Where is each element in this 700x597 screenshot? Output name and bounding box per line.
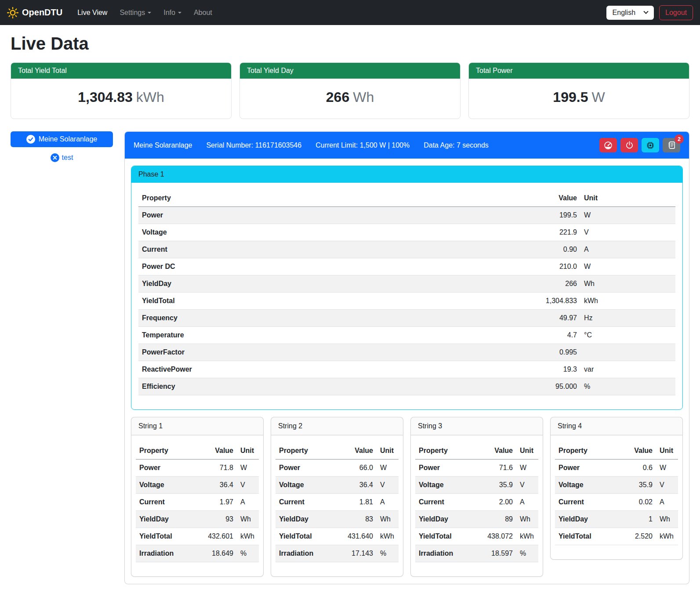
inverter-item-test[interactable]: test bbox=[11, 153, 113, 162]
summary-value: 1,304.83 bbox=[78, 89, 133, 105]
property-cell: YieldTotal bbox=[415, 528, 478, 545]
inverter-select-button[interactable]: Meine Solaranlage bbox=[11, 131, 113, 147]
column-header-property: Property bbox=[136, 442, 198, 460]
column-header-property: Property bbox=[415, 442, 478, 460]
nav-item-info[interactable]: Info bbox=[159, 5, 186, 20]
property-cell: YieldDay bbox=[415, 511, 478, 528]
logout-button[interactable]: Logout bbox=[659, 5, 693, 20]
nav-item-live-view[interactable]: Live View bbox=[73, 5, 112, 20]
column-header-unit: Unit bbox=[580, 190, 675, 207]
table-row: YieldTotal432.601kWh bbox=[136, 528, 259, 545]
nav-item-label: Settings bbox=[120, 9, 145, 17]
summary-card-title: Total Yield Total bbox=[11, 63, 231, 79]
inverter-serial: Serial Number: 116171603546 bbox=[206, 141, 301, 149]
table-row: Irradiation18.649% bbox=[136, 545, 259, 562]
table-row: Power0.6W bbox=[555, 460, 678, 477]
value-cell: 0.6 bbox=[617, 460, 656, 477]
unit-cell: V bbox=[237, 477, 259, 494]
value-cell: 199.5 bbox=[528, 207, 580, 224]
value-cell: 432.601 bbox=[198, 528, 237, 545]
value-cell: 438.072 bbox=[478, 528, 516, 545]
device-info-button[interactable] bbox=[642, 138, 659, 152]
unit-cell: Wh bbox=[656, 511, 678, 528]
value-cell: 2.520 bbox=[617, 528, 656, 545]
unit-cell: W bbox=[580, 207, 675, 224]
table-row: YieldDay1Wh bbox=[555, 511, 678, 528]
column-header-value: Value bbox=[478, 442, 516, 460]
summary-card-body: 266Wh bbox=[240, 79, 460, 119]
table-row: Voltage36.4V bbox=[136, 477, 259, 494]
property-cell: Efficiency bbox=[138, 378, 528, 395]
table-row: Power71.6W bbox=[415, 460, 538, 477]
summary-card-body: 199.5W bbox=[469, 79, 689, 119]
table-row: Temperature4.7°C bbox=[138, 327, 675, 344]
unit-cell: % bbox=[377, 545, 399, 562]
string-card: String 4PropertyValueUnitPower0.6WVoltag… bbox=[550, 417, 683, 560]
chevron-down-icon bbox=[643, 9, 648, 14]
unit-cell: W bbox=[656, 460, 678, 477]
table-row: Current2.00A bbox=[415, 494, 538, 511]
phase-panel: Phase 1 Property Value Unit Power199.5WV… bbox=[131, 166, 683, 410]
value-cell: 1.81 bbox=[338, 494, 377, 511]
table-row: Irradiation17.143% bbox=[276, 545, 399, 562]
unit-cell: W bbox=[377, 460, 399, 477]
page-container: Live Data Total Yield Total 1,304.83kWh … bbox=[0, 25, 700, 595]
unit-cell: kWh bbox=[580, 293, 675, 310]
property-cell: YieldTotal bbox=[138, 293, 528, 310]
property-cell: YieldDay bbox=[136, 511, 198, 528]
table-row: Current1.97A bbox=[136, 494, 259, 511]
string-card-title: String 2 bbox=[271, 417, 403, 435]
caret-down-icon bbox=[148, 12, 151, 14]
column-header-value: Value bbox=[617, 442, 656, 460]
property-cell: ReactivePower bbox=[138, 361, 528, 378]
value-cell: 266 bbox=[528, 275, 580, 293]
inverter-item-label: test bbox=[62, 154, 73, 162]
language-select[interactable]: English bbox=[606, 6, 654, 20]
string-card-body: PropertyValueUnitPower0.6WVoltage35.9VCu… bbox=[551, 435, 682, 559]
property-cell: Voltage bbox=[555, 477, 617, 494]
phase-table: Property Value Unit Power199.5WVoltage22… bbox=[138, 190, 675, 395]
table-row: Power DC210.0W bbox=[138, 258, 675, 275]
brand[interactable]: OpenDTU bbox=[7, 7, 62, 18]
nav-item-about[interactable]: About bbox=[189, 5, 217, 20]
limit-settings-button[interactable] bbox=[599, 138, 617, 152]
value-cell: 89 bbox=[478, 511, 516, 528]
value-cell: 2.00 bbox=[478, 494, 516, 511]
value-cell: 71.6 bbox=[478, 460, 516, 477]
column-header-property: Property bbox=[555, 442, 617, 460]
summary-card-title: Total Yield Day bbox=[240, 63, 460, 79]
property-cell: Irradiation bbox=[415, 545, 478, 562]
column-header-value: Value bbox=[198, 442, 237, 460]
property-cell: YieldTotal bbox=[555, 528, 617, 545]
summary-cards-row: Total Yield Total 1,304.83kWh Total Yiel… bbox=[11, 62, 689, 119]
table-row: Power66.0W bbox=[276, 460, 399, 477]
column-header-property: Property bbox=[138, 190, 528, 207]
value-cell: 35.9 bbox=[478, 477, 516, 494]
power-toggle-button[interactable] bbox=[620, 138, 638, 152]
table-row: Current0.02A bbox=[555, 494, 678, 511]
string-card-body: PropertyValueUnitPower66.0WVoltage36.4VC… bbox=[271, 435, 403, 576]
event-log-button[interactable]: 2 bbox=[663, 138, 680, 152]
table-row: Power199.5W bbox=[138, 207, 675, 224]
column-header-unit: Unit bbox=[237, 442, 259, 460]
language-value: English bbox=[613, 9, 635, 17]
value-cell: 83 bbox=[338, 511, 377, 528]
value-cell: 19.3 bbox=[528, 361, 580, 378]
journal-icon bbox=[667, 141, 676, 149]
value-cell: 49.97 bbox=[528, 310, 580, 327]
value-cell: 4.7 bbox=[528, 327, 580, 344]
property-cell: Power bbox=[276, 460, 338, 477]
sun-icon bbox=[7, 7, 18, 18]
strings-row: String 1PropertyValueUnitPower71.8WVolta… bbox=[131, 417, 683, 577]
unit-cell: var bbox=[580, 361, 675, 378]
nav-item-settings[interactable]: Settings bbox=[115, 5, 156, 20]
summary-card-total-yield-total: Total Yield Total 1,304.83kWh bbox=[11, 62, 232, 119]
phase-body: Property Value Unit Power199.5WVoltage22… bbox=[131, 183, 682, 409]
page-title: Live Data bbox=[11, 34, 689, 54]
unit-cell: % bbox=[580, 378, 675, 395]
value-cell: 1.97 bbox=[198, 494, 237, 511]
unit-cell: % bbox=[237, 545, 259, 562]
table-row: Voltage35.9V bbox=[555, 477, 678, 494]
unit-cell: Hz bbox=[580, 310, 675, 327]
power-icon bbox=[625, 141, 634, 149]
